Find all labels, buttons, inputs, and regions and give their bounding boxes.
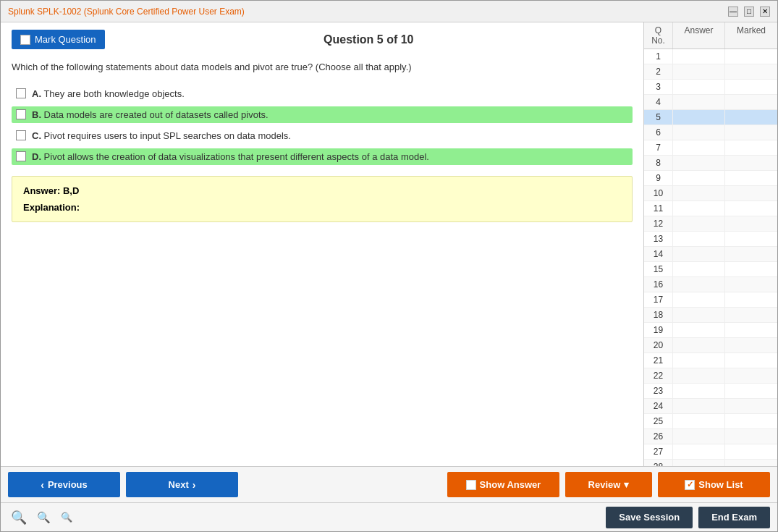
checkbox-d[interactable] xyxy=(16,151,26,161)
row-marked xyxy=(725,232,777,246)
row-answer xyxy=(673,110,725,124)
row-answer xyxy=(673,186,725,200)
table-row[interactable]: 19 xyxy=(644,323,777,338)
next-button[interactable]: Next › xyxy=(126,472,238,497)
col-answer: Answer xyxy=(673,22,725,48)
table-row[interactable]: 5 xyxy=(644,110,777,125)
row-answer xyxy=(673,95,725,109)
zoom-reset-button[interactable]: 🔍 xyxy=(34,510,54,525)
row-num: 3 xyxy=(644,80,673,94)
row-num: 19 xyxy=(644,323,673,337)
maximize-button[interactable]: □ xyxy=(744,7,754,17)
table-row[interactable]: 25 xyxy=(644,414,777,429)
show-list-button[interactable]: ✓ Show List xyxy=(658,472,770,497)
table-row[interactable]: 22 xyxy=(644,368,777,384)
row-answer xyxy=(673,308,725,322)
table-row[interactable]: 12 xyxy=(644,216,777,232)
option-b-text: B. Data models are created out of datase… xyxy=(32,109,269,120)
table-row[interactable]: 8 xyxy=(644,156,777,171)
row-marked xyxy=(725,140,777,155)
table-row[interactable]: 14 xyxy=(644,247,777,262)
row-num: 27 xyxy=(644,444,673,459)
mark-question-button[interactable]: Mark Question xyxy=(12,30,105,49)
option-b[interactable]: B. Data models are created out of datase… xyxy=(12,106,633,123)
table-row[interactable]: 13 xyxy=(644,232,777,247)
row-num: 6 xyxy=(644,125,673,140)
right-panel: Q No. Answer Marked 1 2 3 4 5 6 xyxy=(643,22,777,466)
option-c[interactable]: C. Pivot requires users to input SPL sea… xyxy=(12,127,633,144)
checkbox-a[interactable] xyxy=(16,88,26,98)
table-row[interactable]: 20 xyxy=(644,338,777,353)
show-answer-button[interactable]: Show Answer xyxy=(447,472,559,497)
row-marked xyxy=(725,216,777,231)
table-row[interactable]: 15 xyxy=(644,262,777,277)
header-row: Mark Question Question 5 of 10 xyxy=(12,30,633,49)
table-row[interactable]: 2 xyxy=(644,64,777,80)
zoom-in-button[interactable]: 🔍 xyxy=(8,508,30,527)
table-row[interactable]: 6 xyxy=(644,125,777,140)
checkbox-c[interactable] xyxy=(16,130,26,140)
table-row[interactable]: 17 xyxy=(644,292,777,308)
row-num: 8 xyxy=(644,156,673,170)
row-num: 17 xyxy=(644,292,673,307)
table-row[interactable]: 4 xyxy=(644,95,777,110)
row-answer xyxy=(673,216,725,231)
previous-button[interactable]: ‹ Previous xyxy=(8,472,120,497)
row-marked xyxy=(725,64,777,79)
table-row[interactable]: 10 xyxy=(644,186,777,201)
row-num: 13 xyxy=(644,232,673,246)
row-answer xyxy=(673,64,725,79)
review-button[interactable]: Review ▾ xyxy=(565,472,652,497)
checkbox-b[interactable] xyxy=(16,109,26,119)
row-num: 28 xyxy=(644,460,673,466)
close-button[interactable]: ✕ xyxy=(760,7,770,17)
table-row[interactable]: 24 xyxy=(644,399,777,414)
option-a-text: A. They are both knowledge objects. xyxy=(32,88,185,99)
row-num: 4 xyxy=(644,95,673,109)
show-answer-checkbox-icon xyxy=(466,480,476,490)
row-num: 9 xyxy=(644,171,673,185)
option-a[interactable]: A. They are both knowledge objects. xyxy=(12,85,633,102)
row-answer xyxy=(673,171,725,185)
table-row[interactable]: 1 xyxy=(644,49,777,64)
end-exam-button[interactable]: End Exam xyxy=(698,507,770,528)
minimize-button[interactable]: — xyxy=(728,7,738,17)
row-marked xyxy=(725,110,777,124)
table-row[interactable]: 11 xyxy=(644,201,777,216)
answer-box: Answer: B,D Explanation: xyxy=(12,176,633,222)
table-row[interactable]: 7 xyxy=(644,140,777,156)
row-answer xyxy=(673,429,725,444)
table-row[interactable]: 16 xyxy=(644,277,777,292)
row-num: 1 xyxy=(644,49,673,64)
mark-checkbox-icon xyxy=(20,35,30,45)
option-d[interactable]: D. Pivot allows the creation of data vis… xyxy=(12,148,633,165)
table-row[interactable]: 21 xyxy=(644,353,777,368)
prev-chevron-icon: ‹ xyxy=(41,479,44,491)
table-row[interactable]: 9 xyxy=(644,171,777,186)
row-num: 16 xyxy=(644,277,673,292)
q-table-body[interactable]: 1 2 3 4 5 6 7 8 xyxy=(644,49,777,466)
table-row[interactable]: 28 xyxy=(644,460,777,466)
row-answer xyxy=(673,444,725,459)
row-marked xyxy=(725,156,777,170)
row-answer xyxy=(673,399,725,413)
table-row[interactable]: 26 xyxy=(644,429,777,444)
option-c-text: C. Pivot requires users to input SPL sea… xyxy=(32,130,291,141)
save-session-button[interactable]: Save Session xyxy=(606,507,693,528)
table-row[interactable]: 3 xyxy=(644,80,777,95)
footer-buttons-row: ‹ Previous Next › Show Answer Review ▾ ✓… xyxy=(1,466,777,502)
row-num: 15 xyxy=(644,262,673,276)
table-row[interactable]: 23 xyxy=(644,384,777,399)
zoom-out-button[interactable]: 🔍 xyxy=(58,510,75,524)
row-answer xyxy=(673,247,725,261)
answer-text: Answer: B,D xyxy=(23,185,621,196)
option-d-text: D. Pivot allows the creation of data vis… xyxy=(32,151,429,162)
table-row[interactable]: 27 xyxy=(644,444,777,460)
col-qno: Q No. xyxy=(644,22,673,48)
row-marked xyxy=(725,384,777,398)
row-marked xyxy=(725,80,777,94)
row-num: 25 xyxy=(644,414,673,428)
row-answer xyxy=(673,49,725,64)
app-window: Splunk SPLK-1002 (Splunk Core Certified … xyxy=(0,0,778,532)
table-row[interactable]: 18 xyxy=(644,308,777,323)
